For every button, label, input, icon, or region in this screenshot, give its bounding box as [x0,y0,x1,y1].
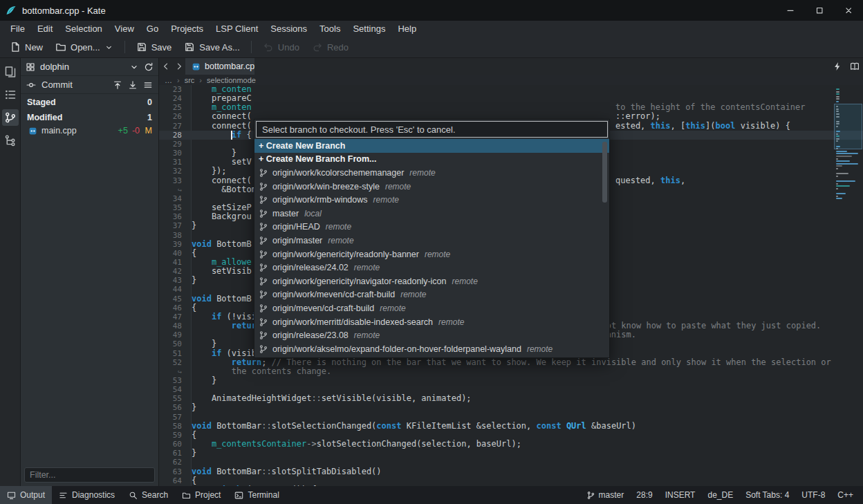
branch-icon [259,209,268,218]
branch-item[interactable]: origin/work/genericity/navigator-readonl… [254,274,609,288]
menu-go[interactable]: Go [140,22,165,35]
chevron-down-icon[interactable] [129,62,139,72]
code-line[interactable]: 55 AnimatedHeightWidget::setVisible(visi… [159,394,863,403]
search-tab[interactable]: Search [122,486,175,504]
menu-lsp-client[interactable]: LSP Client [210,22,264,35]
code-line[interactable]: 58void BottomBar::slotSelectionChanged(c… [159,422,863,431]
menu-help[interactable]: Help [391,22,423,35]
minimap-line [836,188,838,189]
branch-filter-input[interactable]: Select branch to checkout. Press 'Esc' t… [256,121,608,138]
code-line[interactable]: 23 m_conten [159,85,863,94]
encoding[interactable]: UTF-8 [801,490,825,500]
code-token: BottomB [212,239,252,249]
modified-file-row[interactable]: main.cpp +5 -0 M [21,124,158,137]
menu-settings[interactable]: Settings [346,22,391,35]
input-mode[interactable]: INSERT [665,490,696,500]
branch-item[interactable]: origin/work/merritt/disable-indexed-sear… [254,315,609,329]
code-token [192,321,232,330]
branch-item[interactable]: origin/work/rmb-windowsremote [254,193,609,207]
modified-section[interactable]: Modified 1 [21,111,158,124]
code-line[interactable]: 53 } [159,376,863,385]
branch-item[interactable]: origin/HEADremote [254,221,609,234]
code-line-text: void BottomBar::slotSelectionChanged(con… [192,422,863,431]
tab-settings[interactable]: Soft Tabs: 4 [745,490,789,500]
output-tab[interactable]: Output [0,486,52,504]
save-as-button[interactable]: Save As... [178,39,245,55]
syntax-mode[interactable]: C++ [837,490,853,500]
branch-item[interactable]: + Create New Branch From... [254,153,609,167]
line-number: 47 [159,312,192,321]
menu-view[interactable]: View [109,22,140,35]
menu-tools[interactable]: Tools [313,22,346,35]
branch-item[interactable]: origin/release/24.02remote [254,261,609,274]
code-line[interactable]: 63void BottomBar::slotSplitTabDisabled() [159,467,863,476]
diagnostics-tab[interactable]: Diagnostics [52,486,122,504]
line-number: 52 [159,358,192,367]
git-tool-button[interactable] [2,109,19,126]
push-icon[interactable] [113,80,122,90]
documents-tool-button[interactable] [2,64,19,80]
code-line[interactable]: 60 m_contentsContainer->slotSelectionCha… [159,440,863,449]
branch-item[interactable]: origin/work/meven/cd-craft-buildremote [254,288,609,302]
branch-icon [259,250,268,259]
line-number: 61 [159,449,192,458]
tab-bottombar-cpp[interactable]: bottombar.cpp [185,58,254,75]
back-button[interactable] [159,58,172,75]
branch-item[interactable]: origin/work/genericity/readonly-bannerre… [254,248,609,261]
close-button[interactable] [834,0,863,21]
minimap-viewport[interactable] [834,104,862,149]
branch-item[interactable]: origin/work/win-breeze-styleremote [254,180,609,194]
git-project-header[interactable]: dolphin [21,58,158,76]
branch-item[interactable]: + Create New Branch [254,139,609,153]
code-line[interactable]: 65 switch (contents()) { [159,485,863,486]
branch-item-label: + Create New Branch From... [259,154,377,164]
minimize-button[interactable] [776,0,805,21]
branch-item[interactable]: origin/release/23.08remote [254,328,609,342]
filesystem-tool-button[interactable] [2,132,19,149]
branch-item[interactable]: origin/masterremote [254,234,609,248]
code-line[interactable]: ↪ the contents change. [159,367,863,376]
branch-item[interactable]: masterlocal [254,207,609,221]
new-button[interactable]: New [4,39,48,55]
cursor-position[interactable]: 28:9 [636,490,652,500]
refresh-icon[interactable] [144,62,154,72]
code-line[interactable]: 61} [159,449,863,458]
breadcrumb-item[interactable]: src [185,76,195,84]
maximize-button[interactable] [805,0,834,21]
line-number: 59 [159,431,192,440]
staged-section[interactable]: Staged 0 [21,95,158,109]
breadcrumb-item[interactable]: … [165,76,172,84]
pull-icon[interactable] [128,80,138,90]
menu-selection[interactable]: Selection [59,22,108,35]
split-view-icon[interactable] [850,62,860,71]
code-line[interactable]: 25 m_contento the height of the contents… [159,103,863,112]
commit-button[interactable]: Commit [41,80,73,90]
symbols-tool-button[interactable] [2,86,19,103]
breadcrumb-item[interactable]: selectionmode [207,76,256,84]
minimap[interactable] [836,88,861,486]
code-line[interactable]: 56} [159,403,863,412]
branch-item[interactable]: origin/meven/cd-craft-buildremote [254,301,609,315]
forward-button[interactable] [172,58,185,75]
menu-projects[interactable]: Projects [165,22,210,35]
save-button[interactable]: Save [131,39,178,55]
project-tab[interactable]: Project [175,486,228,504]
git-menu-icon[interactable] [143,80,153,90]
menu-sessions[interactable]: Sessions [264,22,313,35]
code-token: const [537,421,562,431]
branch-item[interactable]: origin/work/akselmo/expand-folder-on-hov… [254,342,609,356]
save-as-button-label: Save As... [199,42,240,53]
git-filter-input[interactable] [24,467,155,483]
tab-label: bottombar.cpp [205,62,254,71]
git-branch-status[interactable]: master [586,490,624,500]
popup-scrollbar-thumb[interactable] [602,142,607,203]
code-token [192,85,212,94]
keyboard-layout[interactable]: de_DE [707,490,733,500]
menu-file[interactable]: File [4,22,31,35]
minimap-line [836,168,838,169]
open-button[interactable]: Open... [50,39,119,55]
branch-item[interactable]: origin/work/kcolorschememanagerremote [254,166,609,180]
terminal-tab[interactable]: Terminal [228,486,286,504]
menu-edit[interactable]: Edit [31,22,59,35]
lightning-icon[interactable] [833,62,842,71]
